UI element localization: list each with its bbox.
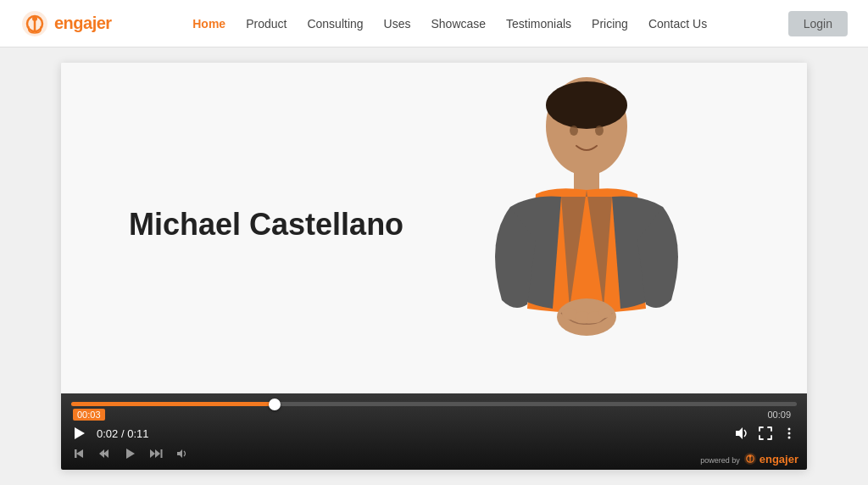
- skip-back-button[interactable]: [70, 446, 88, 464]
- video-controls: 00:03 00:09 0:02 /: [61, 393, 807, 470]
- skip-back-icon: [73, 448, 85, 460]
- play-mini-button[interactable]: [120, 446, 139, 464]
- powered-by-area: powered by engajer: [692, 448, 807, 470]
- fast-forward-button[interactable]: [146, 446, 166, 464]
- progress-track[interactable]: [71, 402, 797, 406]
- main-content: Michael Castellano: [0, 47, 868, 485]
- logo-icon: [20, 9, 49, 38]
- controls-row: 0:02 / 0:11: [61, 422, 807, 444]
- svg-marker-22: [99, 449, 104, 458]
- svg-marker-27: [177, 449, 182, 458]
- svg-point-13: [598, 308, 612, 318]
- svg-point-18: [788, 437, 791, 439]
- time-labels: 00:03 00:09: [71, 409, 797, 421]
- time-display: 0:02 / 0:11: [97, 427, 148, 440]
- video-name-overlay: Michael Castellano: [129, 207, 403, 242]
- play-icon: [71, 426, 86, 441]
- person-figure: [459, 71, 714, 385]
- progress-fill: [71, 402, 275, 406]
- svg-rect-20: [75, 449, 77, 458]
- progress-area: 00:03 00:09: [61, 393, 807, 422]
- svg-marker-23: [126, 449, 135, 459]
- progress-thumb[interactable]: [269, 399, 281, 410]
- nav-home[interactable]: Home: [192, 17, 225, 31]
- svg-marker-14: [75, 427, 85, 439]
- rewind-button[interactable]: [95, 446, 114, 464]
- controls-right: [734, 426, 797, 441]
- powered-by-label: powered by: [700, 456, 740, 465]
- volume-mini-icon: [176, 448, 188, 460]
- nav-testimonials[interactable]: Testimonials: [506, 17, 571, 31]
- fullscreen-button[interactable]: [758, 426, 773, 441]
- brand-name: engajer: [54, 14, 112, 33]
- svg-rect-26: [161, 449, 163, 458]
- nav-consulting[interactable]: Consulting: [307, 17, 363, 31]
- video-player: Michael Castellano: [61, 63, 807, 470]
- svg-marker-15: [736, 427, 743, 439]
- time-start-label: 00:03: [73, 409, 105, 421]
- play-mini-icon: [124, 448, 136, 460]
- powered-by-text-area: powered by: [700, 451, 740, 466]
- current-time: 0:02: [97, 427, 118, 440]
- svg-point-17: [788, 432, 791, 435]
- volume-icon: [734, 426, 749, 441]
- svg-point-5: [546, 81, 627, 129]
- svg-point-16: [788, 428, 791, 431]
- svg-marker-19: [76, 449, 83, 458]
- rewind-icon: [98, 448, 110, 460]
- nav-pricing[interactable]: Pricing: [592, 17, 628, 31]
- video-frame: Michael Castellano: [61, 63, 807, 393]
- main-nav: Home Product Consulting Uses Showcase Te…: [192, 17, 707, 31]
- nav-uses[interactable]: Uses: [384, 17, 411, 31]
- svg-marker-24: [150, 449, 155, 458]
- nav-showcase[interactable]: Showcase: [431, 17, 486, 31]
- logo[interactable]: engajer: [20, 9, 112, 38]
- volume-button[interactable]: [734, 426, 749, 441]
- more-options-button[interactable]: [782, 426, 797, 441]
- header: engajer Home Product Consulting Uses Sho…: [0, 0, 868, 47]
- powered-logo: engajer: [743, 452, 798, 465]
- svg-marker-25: [155, 449, 160, 458]
- play-button[interactable]: [71, 426, 86, 441]
- controls-left: 0:02 / 0:11: [71, 426, 148, 441]
- nav-product[interactable]: Product: [246, 17, 287, 31]
- fullscreen-icon: [758, 426, 773, 441]
- login-button[interactable]: Login: [788, 11, 848, 36]
- powered-brand-name: engajer: [760, 453, 798, 465]
- more-options-icon: [782, 426, 797, 441]
- powered-logo-icon: [743, 452, 757, 465]
- fast-forward-icon: [149, 448, 163, 460]
- svg-point-6: [570, 125, 578, 136]
- total-time: 0:11: [127, 427, 148, 440]
- person-area: [417, 63, 756, 393]
- svg-point-7: [595, 125, 604, 136]
- volume-mini-button[interactable]: [173, 446, 192, 464]
- nav-contact[interactable]: Contact Us: [648, 17, 707, 31]
- time-end-label: 00:09: [763, 409, 795, 421]
